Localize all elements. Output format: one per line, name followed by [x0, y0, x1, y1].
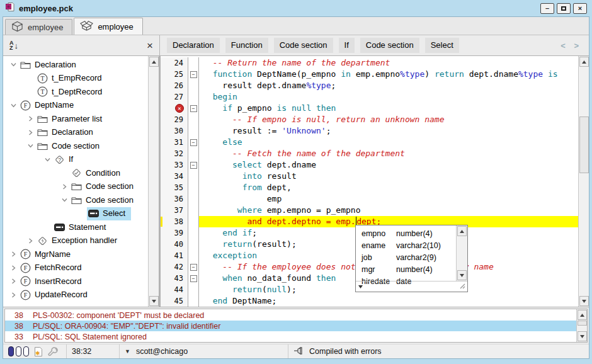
pin-icon[interactable]: [293, 346, 305, 357]
code-line-27[interactable]: 27 begin: [161, 91, 578, 103]
collapse-icon[interactable]: −: [190, 105, 197, 112]
resize-grip[interactable]: [459, 282, 465, 291]
wrench-icon[interactable]: [48, 346, 59, 356]
maximize-button[interactable]: [557, 3, 571, 14]
breadcrumb-nav-arrows[interactable]: < >: [561, 41, 582, 50]
code-line-24[interactable]: 24 -- Return the name of the department: [161, 57, 578, 69]
breadcrumb-button-declaration[interactable]: Declaration: [167, 38, 220, 53]
tab-employee-1[interactable]: employee: [74, 18, 142, 35]
code-line-36[interactable]: 36 emp: [161, 193, 578, 205]
code-line-31[interactable]: 31− else: [161, 137, 578, 148]
scroll-up-icon[interactable]: [149, 57, 159, 67]
tree-item-condition[interactable]: Condition: [3, 166, 148, 180]
scroll-up-icon[interactable]: [457, 226, 467, 236]
chevron-down-icon[interactable]: [59, 196, 70, 203]
chevron-down-icon[interactable]: [8, 102, 19, 109]
chevron-down-icon[interactable]: [25, 142, 36, 149]
scroll-down-icon[interactable]: [149, 296, 159, 306]
collapse-icon[interactable]: −: [190, 162, 197, 169]
tree-item-if[interactable]: ?If: [3, 153, 148, 167]
popup-scrollbar[interactable]: [456, 225, 467, 281]
tree-item-fetchrecord[interactable]: FFetchRecord: [3, 261, 148, 275]
fold-toggle[interactable]: −: [188, 103, 199, 114]
completion-item-ename[interactable]: enamevarchar2(10): [356, 239, 456, 251]
completion-item-mgr[interactable]: mgrnumber(4): [356, 263, 456, 275]
code-line-25[interactable]: 25− function DeptName(p_empno in emp.emp…: [161, 69, 578, 80]
tree-item-deptname[interactable]: FDeptName: [3, 99, 148, 113]
fold-toggle[interactable]: −: [188, 261, 199, 273]
editor-scrollbar[interactable]: [578, 56, 589, 307]
tree-item-exception-handler[interactable]: Exception handler: [3, 234, 148, 248]
chevron-right-icon[interactable]: [25, 115, 36, 122]
code-line-35[interactable]: 35 from dept,: [161, 182, 578, 193]
scrollbar-thumb[interactable]: [578, 321, 587, 326]
scroll-down-icon[interactable]: [457, 270, 467, 280]
chevron-down-icon[interactable]: [42, 156, 53, 163]
chevron-right-icon[interactable]: [25, 129, 36, 136]
tree-item-declaration[interactable]: Declaration: [3, 126, 148, 140]
collapse-icon[interactable]: −: [190, 71, 197, 78]
completion-item-job[interactable]: jobvarchar2(9): [356, 251, 456, 263]
chevron-down-icon[interactable]: [8, 61, 19, 68]
chevron-right-icon[interactable]: [8, 278, 19, 285]
chevron-right-icon[interactable]: [8, 251, 19, 258]
collapse-icon[interactable]: −: [190, 139, 197, 146]
fold-toggle[interactable]: −: [188, 69, 199, 80]
breadcrumb-button-if[interactable]: If: [339, 38, 355, 53]
tree-item-insertrecord[interactable]: FInsertRecord: [3, 275, 148, 288]
chevron-right-icon[interactable]: [25, 237, 36, 244]
code-line-45[interactable]: 45 end DeptName;: [161, 295, 578, 307]
scroll-down-icon[interactable]: [578, 331, 587, 341]
error-row[interactable]: 38PLS-00302: component 'DEPT' must be de…: [5, 310, 576, 321]
session-selector[interactable]: ▼ scott@chicago: [120, 344, 288, 358]
collapse-icon[interactable]: −: [190, 264, 197, 271]
code-line-33[interactable]: 33− select dept.dname: [161, 159, 578, 171]
popup-expand-icon[interactable]: [358, 282, 363, 291]
tree-item-t_deptrecord[interactable]: Tt_DeptRecord: [3, 85, 148, 99]
tree-scrollbar[interactable]: [148, 56, 159, 307]
line-number: 27: [161, 91, 188, 103]
tab-employee-0[interactable]: employee: [5, 19, 72, 35]
collapse-icon[interactable]: −: [190, 275, 197, 282]
panel-close-icon[interactable]: ×: [147, 40, 153, 51]
main-frame: employeeemployee AZ↓ × DeclarationTt_Emp…: [3, 16, 589, 359]
sort-az-icon[interactable]: AZ↓: [9, 40, 18, 50]
tree-item-code-section[interactable]: Code section: [3, 180, 148, 194]
fold-toggle[interactable]: −: [188, 273, 199, 284]
breadcrumb-button-code-section[interactable]: Code section: [274, 38, 333, 53]
scroll-up-icon[interactable]: [578, 310, 587, 320]
breadcrumb-button-code-section[interactable]: Code section: [360, 38, 419, 53]
tree-item-updaterecord[interactable]: FUpdateRecord: [3, 288, 148, 302]
code-line-37[interactable]: 37 where emp.empno = p_empno: [161, 205, 578, 216]
tree-item-select[interactable]: Select: [3, 207, 148, 221]
chevron-right-icon[interactable]: [8, 264, 19, 271]
fold-toggle[interactable]: −: [188, 159, 199, 171]
chevron-right-icon[interactable]: [8, 292, 19, 299]
error-row[interactable]: 33PL/SQL: SQL Statement ignored: [5, 331, 576, 342]
tree-item-code-section[interactable]: Code section: [3, 139, 148, 153]
breadcrumb-button-function[interactable]: Function: [225, 38, 268, 53]
tree-item-declaration[interactable]: Declaration: [3, 58, 148, 72]
completion-item-empno[interactable]: empnonumber(4): [356, 227, 456, 239]
code-line-30[interactable]: 30 result := 'Unknown';: [161, 125, 578, 137]
tree-item-code-section[interactable]: Code section: [3, 193, 148, 207]
close-button[interactable]: ×: [573, 3, 587, 14]
chevron-right-icon[interactable]: [59, 183, 70, 190]
code-line-26[interactable]: 26 result dept.dname%type;: [161, 80, 578, 91]
tree-item-t_emprecord[interactable]: Tt_EmpRecord: [3, 72, 148, 86]
errors-scrollbar[interactable]: [576, 309, 587, 342]
scroll-down-icon[interactable]: [579, 296, 589, 306]
tree-item-mgrname[interactable]: FMgrName: [3, 247, 148, 261]
minimize-button[interactable]: –: [540, 3, 554, 14]
fold-toggle[interactable]: −: [188, 137, 199, 148]
scroll-up-icon[interactable]: [579, 57, 589, 67]
error-row[interactable]: 38PL/SQL: ORA-00904: "EMP"."DEPT": inval…: [5, 321, 576, 331]
code-line-28[interactable]: ✕− if p_empno is null then: [161, 103, 578, 114]
breadcrumb-button-select[interactable]: Select: [425, 38, 459, 53]
code-line-29[interactable]: 29 -- If empno is null, return an unknow…: [161, 114, 578, 125]
tree-item-statement[interactable]: Statement: [3, 220, 148, 234]
scrollbar-thumb[interactable]: [579, 117, 589, 173]
tree-item-parameter-list[interactable]: Parameter list: [3, 112, 148, 126]
code-line-34[interactable]: 34 into result: [161, 171, 578, 182]
code-line-32[interactable]: 32 -- Fetch the name of the department: [161, 148, 578, 159]
